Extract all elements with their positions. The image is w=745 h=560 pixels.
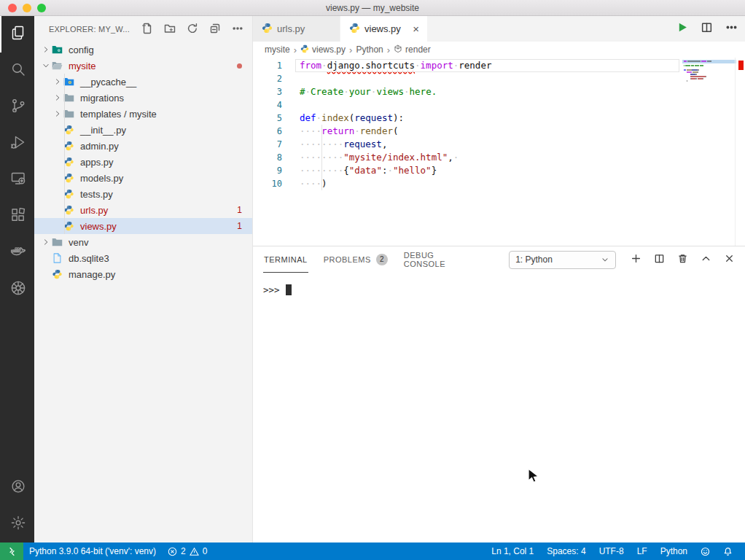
remote-indicator[interactable] — [0, 542, 23, 560]
zoom-window-button[interactable] — [37, 4, 46, 12]
close-icon[interactable]: × — [410, 23, 421, 35]
status-language-mode[interactable]: Python — [654, 546, 694, 556]
docker-icon — [9, 243, 27, 263]
activity-settings[interactable] — [0, 506, 34, 542]
split-terminal-button[interactable] — [654, 253, 665, 267]
tree-item-venv[interactable]: venv — [34, 234, 252, 250]
tree-item-tests-py[interactable]: tests.py — [34, 186, 252, 202]
tree-item-config[interactable]: config — [34, 42, 252, 58]
activity-kubernetes[interactable] — [0, 271, 34, 308]
activity-run-debug[interactable] — [0, 125, 34, 162]
maximize-panel-button[interactable] — [701, 253, 711, 267]
tree-item-mysite[interactable]: mysite — [34, 58, 252, 74]
code-line-7[interactable]: 7········request, — [253, 138, 745, 151]
activity-docker[interactable] — [0, 235, 34, 271]
breadcrumb-item-python[interactable]: Python — [356, 44, 383, 55]
tree-item-init-py[interactable]: __init__.py — [34, 122, 252, 138]
minimize-window-button[interactable] — [23, 4, 31, 12]
tree-item-pycache[interactable]: __pycache__ — [34, 74, 252, 90]
code-line-4[interactable]: 4 — [253, 98, 745, 112]
tree-item-templates-mysite[interactable]: templates / mysite — [34, 106, 252, 122]
terminal-cursor — [286, 284, 292, 295]
close-panel-button[interactable] — [724, 253, 735, 267]
line-number: 10 — [253, 177, 282, 190]
code-line-6[interactable]: 6····return·render( — [253, 125, 745, 138]
chevron-icon — [40, 46, 52, 53]
folder-python-icon — [63, 77, 77, 87]
terminal-prompt: >>> — [263, 284, 280, 295]
chevron-icon — [52, 110, 63, 117]
status-encoding[interactable]: UTF-8 — [593, 546, 631, 556]
breadcrumb-separator: › — [387, 44, 390, 55]
activity-accounts[interactable] — [0, 470, 34, 506]
panel-tab-problems[interactable]: PROBLEMS2 — [323, 246, 389, 273]
activity-search[interactable] — [0, 52, 34, 89]
status-indentation[interactable]: Spaces: 4 — [540, 546, 592, 556]
tree-item-label: models.py — [80, 173, 123, 184]
settings-icon — [10, 515, 26, 534]
notifications-bell-icon[interactable] — [717, 547, 739, 556]
more-actions-icon[interactable] — [232, 23, 243, 36]
breadcrumb-separator: › — [294, 44, 297, 55]
code-line-9[interactable]: 9········{"data":·"hello"} — [253, 164, 745, 177]
feedback-smiley-icon[interactable] — [694, 547, 717, 556]
tree-item-manage-py[interactable]: manage.py — [34, 266, 252, 282]
breadcrumb-item-mysite[interactable]: mysite — [265, 44, 290, 55]
error-marker — [738, 61, 744, 70]
symbol-icon — [394, 44, 402, 55]
activity-remote-explorer[interactable] — [0, 162, 34, 198]
folder-open-icon — [52, 61, 65, 71]
panel-tab-debug-console[interactable]: DEBUG CONSOLE — [403, 246, 474, 273]
tab-urls-py[interactable]: urls.py — [253, 16, 340, 42]
new-terminal-button[interactable] — [631, 253, 641, 267]
breadcrumb-item-views-py[interactable]: views.py — [300, 44, 346, 55]
code-line-1[interactable]: 1from·django.shortcuts·import·render — [253, 59, 745, 72]
tree-item-apps-py[interactable]: apps.py — [34, 154, 252, 170]
code-line-3[interactable]: 3#·Create·your·views·here. — [253, 85, 745, 98]
code-line-2[interactable]: 2 — [253, 72, 745, 85]
run-python-file-button[interactable] — [676, 21, 688, 36]
line-number: 9 — [253, 164, 282, 177]
code-editor[interactable]: 1from·django.shortcuts·import·render23#·… — [253, 58, 745, 246]
more-actions-icon[interactable] — [725, 21, 738, 36]
refresh-explorer-icon[interactable] — [187, 23, 198, 36]
kill-terminal-button[interactable] — [677, 253, 688, 267]
new-file-icon[interactable] — [141, 23, 153, 36]
tree-item-views-py[interactable]: views.py1 — [34, 218, 252, 234]
indent-guide — [321, 125, 322, 190]
activity-explorer[interactable] — [0, 16, 34, 52]
overview-ruler[interactable] — [735, 58, 745, 246]
tree-item-urls-py[interactable]: urls.py1 — [34, 202, 252, 218]
python-icon — [63, 141, 77, 151]
breadcrumb-label: render — [405, 44, 431, 55]
minimap[interactable] — [684, 61, 733, 82]
collapse-folders-icon[interactable] — [209, 23, 221, 36]
line-number: 7 — [253, 138, 282, 151]
tree-item-db-sqlite3[interactable]: db.sqlite3 — [34, 250, 252, 266]
code-line-10[interactable]: 10····) — [253, 177, 745, 190]
new-folder-icon[interactable] — [164, 23, 176, 36]
python-interpreter[interactable]: Python 3.9.0 64-bit ('venv': venv) — [23, 542, 162, 560]
tree-item-admin-py[interactable]: admin.py — [34, 138, 252, 154]
terminal[interactable]: >>> — [253, 273, 745, 542]
tree-item-models-py[interactable]: models.py — [34, 170, 252, 186]
tree-item-migrations[interactable]: migrations — [34, 90, 252, 106]
code-line-8[interactable]: 8········"mysite/index.html",· — [253, 151, 745, 164]
activity-extensions[interactable] — [0, 198, 34, 235]
status-eol[interactable]: LF — [631, 546, 654, 556]
window-title: views.py — my_website — [326, 3, 419, 13]
terminal-select-value: 1: Python — [515, 254, 553, 265]
tree-item-label: tests.py — [80, 189, 113, 200]
breadcrumb-item-render[interactable]: render — [394, 44, 431, 55]
tab-views-py[interactable]: views.py× — [340, 16, 428, 42]
status-cursor-position[interactable]: Ln 1, Col 1 — [485, 546, 540, 556]
close-window-button[interactable] — [8, 4, 17, 12]
line-number: 8 — [253, 151, 282, 164]
activity-source-control[interactable] — [0, 89, 34, 125]
panel-tab-terminal[interactable]: TERMINAL — [263, 246, 308, 273]
split-editor-button[interactable] — [701, 21, 713, 36]
terminal-select[interactable]: 1: Python — [509, 251, 616, 269]
code-text: ········request, — [300, 138, 387, 151]
problems-status[interactable]: 2 0 — [162, 542, 213, 560]
code-line-5[interactable]: 5def·index(request): — [253, 112, 745, 125]
